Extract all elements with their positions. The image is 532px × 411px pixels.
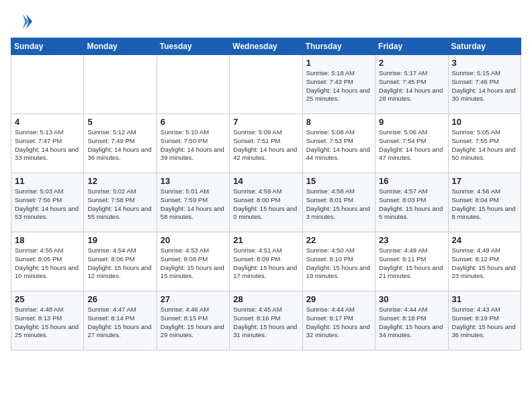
day-content: Sunrise: 4:59 AM Sunset: 8:00 PM Dayligh… [233,187,298,222]
day-content: Sunrise: 4:49 AM Sunset: 8:11 PM Dayligh… [379,246,444,281]
day-number: 25 [15,294,80,304]
day-content: Sunrise: 4:58 AM Sunset: 8:01 PM Dayligh… [306,187,371,222]
calendar-cell: 30Sunrise: 4:44 AM Sunset: 8:18 PM Dayli… [375,291,448,351]
day-number: 21 [233,235,298,245]
calendar-cell: 18Sunrise: 4:55 AM Sunset: 8:05 PM Dayli… [11,232,84,291]
day-content: Sunrise: 5:03 AM Sunset: 7:56 PM Dayligh… [15,187,80,222]
day-content: Sunrise: 4:51 AM Sunset: 8:09 PM Dayligh… [233,246,298,281]
day-number: 24 [452,235,517,245]
calendar-cell: 27Sunrise: 4:46 AM Sunset: 8:15 PM Dayli… [157,291,229,351]
week-row-2: 4Sunrise: 5:13 AM Sunset: 7:47 PM Daylig… [11,114,521,173]
calendar-table: SundayMondayTuesdayWednesdayThursdayFrid… [11,38,521,351]
day-content: Sunrise: 5:15 AM Sunset: 7:46 PM Dayligh… [452,69,517,103]
day-number: 1 [306,58,371,68]
calendar-cell: 1Sunrise: 5:18 AM Sunset: 7:43 PM Daylig… [302,55,375,114]
day-number: 12 [87,176,152,186]
page-header [11,11,521,32]
day-number: 9 [379,117,444,127]
weekday-header-sunday: Sunday [11,38,84,55]
day-number: 19 [87,235,152,245]
calendar-cell: 16Sunrise: 4:57 AM Sunset: 8:03 PM Dayli… [375,173,448,232]
weekday-header-saturday: Saturday [448,38,521,55]
day-number: 2 [379,58,444,68]
day-number: 6 [161,117,226,127]
day-content: Sunrise: 5:09 AM Sunset: 7:51 PM Dayligh… [233,128,298,163]
week-row-5: 25Sunrise: 4:48 AM Sunset: 8:13 PM Dayli… [11,291,521,351]
calendar-cell: 15Sunrise: 4:58 AM Sunset: 8:01 PM Dayli… [302,173,375,232]
calendar-cell: 10Sunrise: 5:05 AM Sunset: 7:55 PM Dayli… [448,114,521,173]
day-content: Sunrise: 5:06 AM Sunset: 7:54 PM Dayligh… [379,128,444,163]
calendar-cell: 14Sunrise: 4:59 AM Sunset: 8:00 PM Dayli… [230,173,302,232]
day-content: Sunrise: 5:17 AM Sunset: 7:45 PM Dayligh… [379,69,444,103]
day-number: 30 [379,294,444,304]
calendar-cell: 22Sunrise: 4:50 AM Sunset: 8:10 PM Dayli… [302,232,375,291]
calendar-cell: 7Sunrise: 5:09 AM Sunset: 7:51 PM Daylig… [230,114,302,173]
calendar-cell [84,55,157,114]
day-content: Sunrise: 4:44 AM Sunset: 8:17 PM Dayligh… [306,306,371,340]
day-content: Sunrise: 4:54 AM Sunset: 8:06 PM Dayligh… [87,246,152,281]
calendar-cell: 13Sunrise: 5:01 AM Sunset: 7:59 PM Dayli… [157,173,229,232]
calendar-cell: 25Sunrise: 4:48 AM Sunset: 8:13 PM Dayli… [11,291,84,351]
calendar-cell: 23Sunrise: 4:49 AM Sunset: 8:11 PM Dayli… [375,232,448,291]
day-number: 26 [87,294,152,304]
day-number: 10 [452,117,517,127]
day-content: Sunrise: 4:53 AM Sunset: 8:08 PM Dayligh… [161,246,226,281]
calendar-cell: 28Sunrise: 4:45 AM Sunset: 8:16 PM Dayli… [230,291,302,351]
calendar-cell: 31Sunrise: 4:43 AM Sunset: 8:19 PM Dayli… [448,291,521,351]
day-content: Sunrise: 4:57 AM Sunset: 8:03 PM Dayligh… [379,187,444,222]
weekday-header-monday: Monday [84,38,157,55]
day-number: 31 [452,294,517,304]
day-number: 22 [306,235,371,245]
calendar-cell: 9Sunrise: 5:06 AM Sunset: 7:54 PM Daylig… [375,114,448,173]
day-content: Sunrise: 4:55 AM Sunset: 8:05 PM Dayligh… [15,246,80,281]
day-number: 29 [306,294,371,304]
day-number: 15 [306,176,371,186]
day-number: 14 [233,176,298,186]
day-number: 11 [15,176,80,186]
day-content: Sunrise: 5:13 AM Sunset: 7:47 PM Dayligh… [15,128,80,163]
weekday-header-tuesday: Tuesday [157,38,229,55]
calendar-cell: 4Sunrise: 5:13 AM Sunset: 7:47 PM Daylig… [11,114,84,173]
calendar-cell: 29Sunrise: 4:44 AM Sunset: 8:17 PM Dayli… [302,291,375,351]
day-number: 28 [233,294,298,304]
week-row-3: 11Sunrise: 5:03 AM Sunset: 7:56 PM Dayli… [11,173,521,232]
day-content: Sunrise: 5:05 AM Sunset: 7:55 PM Dayligh… [452,128,517,163]
calendar-cell: 17Sunrise: 4:56 AM Sunset: 8:04 PM Dayli… [448,173,521,232]
day-content: Sunrise: 4:48 AM Sunset: 8:13 PM Dayligh… [15,306,80,340]
day-number: 3 [452,58,517,68]
day-content: Sunrise: 4:56 AM Sunset: 8:04 PM Dayligh… [452,187,517,222]
calendar-cell: 21Sunrise: 4:51 AM Sunset: 8:09 PM Dayli… [230,232,302,291]
weekday-header-thursday: Thursday [302,38,375,55]
calendar-cell: 19Sunrise: 4:54 AM Sunset: 8:06 PM Dayli… [84,232,157,291]
day-content: Sunrise: 5:08 AM Sunset: 7:53 PM Dayligh… [306,128,371,163]
calendar-cell [230,55,302,114]
day-content: Sunrise: 5:12 AM Sunset: 7:49 PM Dayligh… [87,128,152,163]
logo [11,11,35,32]
day-content: Sunrise: 4:45 AM Sunset: 8:16 PM Dayligh… [233,306,298,340]
calendar-cell: 5Sunrise: 5:12 AM Sunset: 7:49 PM Daylig… [84,114,157,173]
calendar-cell: 26Sunrise: 4:47 AM Sunset: 8:14 PM Dayli… [84,291,157,351]
calendar-cell: 6Sunrise: 5:10 AM Sunset: 7:50 PM Daylig… [157,114,229,173]
calendar-cell: 11Sunrise: 5:03 AM Sunset: 7:56 PM Dayli… [11,173,84,232]
day-content: Sunrise: 4:47 AM Sunset: 8:14 PM Dayligh… [87,306,152,340]
week-row-4: 18Sunrise: 4:55 AM Sunset: 8:05 PM Dayli… [11,232,521,291]
day-number: 23 [379,235,444,245]
day-content: Sunrise: 4:50 AM Sunset: 8:10 PM Dayligh… [306,246,371,281]
day-content: Sunrise: 4:43 AM Sunset: 8:19 PM Dayligh… [452,306,517,340]
day-number: 17 [452,176,517,186]
day-number: 16 [379,176,444,186]
day-number: 7 [233,117,298,127]
calendar-cell [11,55,84,114]
day-number: 5 [87,117,152,127]
day-content: Sunrise: 4:46 AM Sunset: 8:15 PM Dayligh… [161,306,226,340]
calendar-cell: 2Sunrise: 5:17 AM Sunset: 7:45 PM Daylig… [375,55,448,114]
day-number: 18 [15,235,80,245]
day-content: Sunrise: 5:18 AM Sunset: 7:43 PM Dayligh… [306,69,371,103]
day-content: Sunrise: 5:02 AM Sunset: 7:58 PM Dayligh… [87,187,152,222]
week-row-1: 1Sunrise: 5:18 AM Sunset: 7:43 PM Daylig… [11,55,521,114]
logo-icon [11,11,32,32]
day-number: 20 [161,235,226,245]
day-number: 27 [161,294,226,304]
calendar-cell: 3Sunrise: 5:15 AM Sunset: 7:46 PM Daylig… [448,55,521,114]
calendar-cell: 8Sunrise: 5:08 AM Sunset: 7:53 PM Daylig… [302,114,375,173]
